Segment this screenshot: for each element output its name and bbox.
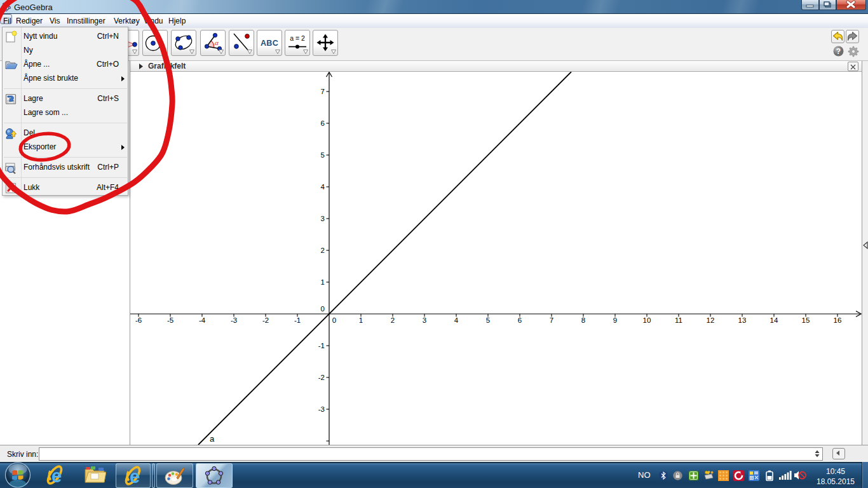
svg-text:1: 1 xyxy=(321,278,325,286)
svg-text:-1: -1 xyxy=(318,342,325,349)
svg-text:5: 5 xyxy=(486,316,490,324)
svg-text:3: 3 xyxy=(321,215,325,222)
svg-text:6: 6 xyxy=(321,119,325,127)
svg-text:a: a xyxy=(210,434,215,444)
svg-text:-6: -6 xyxy=(135,316,142,324)
svg-text:7: 7 xyxy=(321,88,325,95)
svg-text:4: 4 xyxy=(321,183,325,191)
svg-text:8: 8 xyxy=(581,316,585,324)
svg-text:0: 0 xyxy=(321,305,325,313)
svg-text:e: e xyxy=(51,466,62,486)
svg-text:2: 2 xyxy=(391,316,395,324)
svg-text:16: 16 xyxy=(834,316,842,324)
svg-text:11: 11 xyxy=(675,316,682,324)
svg-text:-5: -5 xyxy=(167,316,173,324)
svg-text:12: 12 xyxy=(707,316,715,324)
svg-text:e: e xyxy=(130,466,140,487)
svg-text:a = 2: a = 2 xyxy=(290,34,305,42)
svg-text:14: 14 xyxy=(770,316,778,324)
svg-text:0: 0 xyxy=(332,316,336,324)
svg-text:6: 6 xyxy=(518,316,522,324)
svg-text:10: 10 xyxy=(643,316,651,324)
svg-text:-4: -4 xyxy=(199,316,206,324)
svg-text:-2: -2 xyxy=(262,316,269,324)
svg-text:15: 15 xyxy=(802,316,810,324)
svg-text:-3: -3 xyxy=(318,405,325,413)
svg-text:3: 3 xyxy=(423,316,426,324)
svg-text:5: 5 xyxy=(321,151,325,159)
svg-text:-2: -2 xyxy=(318,374,325,381)
svg-text:ABC: ABC xyxy=(261,39,278,48)
svg-text:-3: -3 xyxy=(231,316,237,324)
svg-text:?: ? xyxy=(836,47,841,56)
svg-text:-1: -1 xyxy=(294,316,301,324)
svg-text:7: 7 xyxy=(550,316,553,324)
svg-text:9: 9 xyxy=(613,316,617,324)
svg-text:4: 4 xyxy=(454,316,459,324)
svg-text:1: 1 xyxy=(359,316,363,324)
svg-text:2: 2 xyxy=(321,247,325,254)
svg-text:13: 13 xyxy=(738,316,747,324)
svg-text:α: α xyxy=(215,39,219,46)
